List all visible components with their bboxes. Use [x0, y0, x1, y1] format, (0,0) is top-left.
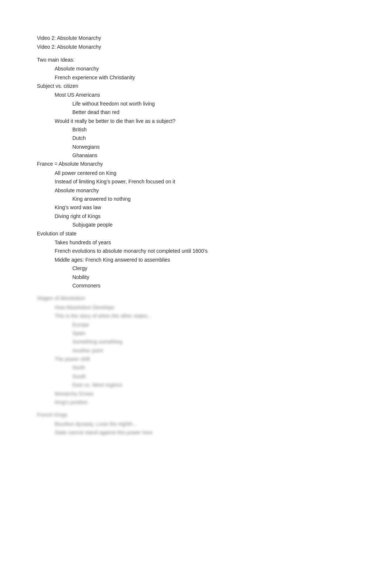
blurred-1-line: How Absolutism Develops: [55, 303, 355, 311]
most-us-americans-text: Most US Americans: [55, 92, 100, 98]
blurred-5-line: Something something: [72, 338, 355, 346]
king-answered-nothing-text: King answered to nothing: [72, 196, 131, 202]
french-christianity-line: French experience with Christianity: [55, 73, 355, 82]
absolute-monarchy-line: Absolute monarchy: [55, 65, 355, 73]
dutch-line: Dutch: [72, 134, 355, 142]
blurred-8-line: North: [72, 363, 355, 372]
king-answered-nothing-line: King answered to nothing: [72, 195, 355, 203]
blurred-14-text: State cannot stand against this power he…: [55, 430, 152, 435]
blurred-10-text: East vs. West regions: [72, 382, 122, 388]
france-absolute-text: France = Absolute Monarchy: [37, 161, 103, 167]
france-absolute-line: France = Absolute Monarchy: [37, 160, 355, 168]
evolution-of-state-text: Evolution of state: [37, 231, 76, 237]
would-it-be-better-line: Would it really be better to die than li…: [55, 117, 355, 125]
commoners-text: Commoners: [72, 283, 100, 289]
blurred-5-text: Something something: [72, 339, 122, 345]
subject-citizen-text: Subject vs. citizen: [37, 83, 78, 89]
title-line: Video 2: Absolute Monarchy: [37, 43, 355, 51]
blurred-12-text: King's position: [55, 399, 88, 405]
nobility-line: Nobility: [72, 273, 355, 281]
blurred-4-line: Spain: [72, 329, 355, 337]
blurred-3-line: Europe: [72, 321, 355, 329]
kings-word-law-text: King’s word was law: [55, 204, 101, 210]
subject-citizen-line: Subject vs. citizen: [37, 82, 355, 90]
outline-container: Video 2: Absolute Monarchy Video 2: Abso…: [37, 34, 355, 437]
french-evolutions-text: French evolutions to absolute monarchy n…: [55, 248, 208, 254]
life-without-freedom-text: Life without freedom not worth living: [72, 101, 155, 107]
better-dead-red-line: Better dead than red: [72, 108, 355, 116]
blurred-14-line: State cannot stand against this power he…: [55, 428, 355, 437]
blurred-13-line: Bourbon dynasty, Louis the eighth...: [55, 420, 355, 428]
diving-right-kings-line: Diving right of Kings: [55, 212, 355, 220]
two-main-ideas-line: Two main Ideas:: [37, 56, 355, 64]
instead-of-limiting-line: Instead of limiting King’s power, French…: [55, 177, 355, 186]
norwegians-line: Norwegians: [72, 143, 355, 151]
blurred-12-line: King's position: [55, 398, 355, 406]
ghanaians-text: Ghanaians: [72, 152, 97, 158]
life-without-freedom-line: Life without freedom not worth living: [72, 100, 355, 108]
subjugate-people-text: Subjugate people: [72, 222, 113, 228]
blurred-section: Stages of AbsolutismHow Absolutism Devel…: [37, 294, 355, 437]
blurred-title2-text: French Kings: [37, 412, 67, 418]
absolute-monarchy-text: Absolute monarchy: [55, 66, 99, 72]
blurred-2-text: This is the story of when the other stat…: [55, 313, 152, 319]
absolute-monarchy-2-line: Absolute monarchy: [55, 186, 355, 194]
all-power-centered-line: All power centered on King: [55, 169, 355, 177]
absolute-monarchy-2-text: Absolute monarchy: [55, 187, 99, 193]
blurred-title-text: Stages of Absolutism: [37, 295, 85, 301]
subjugate-people-line: Subjugate people: [72, 221, 355, 229]
diving-right-kings-text: Diving right of Kings: [55, 213, 101, 219]
middle-ages-line: Middle ages: French King answered to ass…: [55, 256, 355, 264]
kings-word-law-line: King’s word was law: [55, 203, 355, 211]
norwegians-text: Norwegians: [72, 144, 100, 150]
all-power-centered-text: All power centered on King: [55, 170, 116, 176]
title-text: Video 2: Absolute Monarchy: [37, 44, 101, 50]
title-text: Video 2: Absolute Monarchy: [37, 35, 101, 41]
blurred-7-text: The power shift: [55, 356, 90, 362]
takes-hundreds-text: Takes hundreds of years: [55, 239, 111, 245]
two-main-ideas-text: Two main Ideas:: [37, 57, 75, 63]
nobility-text: Nobility: [72, 274, 89, 280]
clergy-text: Clergy: [72, 265, 87, 271]
french-christianity-text: French experience with Christianity: [55, 75, 135, 80]
blurred-title2-line: French Kings: [37, 411, 355, 419]
middle-ages-text: Middle ages: French King answered to ass…: [55, 257, 170, 263]
blurred-8-text: North: [72, 365, 85, 370]
blurred-11-text: Monarchy Grows: [55, 391, 94, 397]
commoners-line: Commoners: [72, 282, 355, 290]
blurred-9-line: South: [72, 372, 355, 380]
blurred-10-line: East vs. West regions: [72, 381, 355, 389]
blurred-3-text: Europe: [72, 322, 89, 328]
dutch-text: Dutch: [72, 135, 86, 141]
instead-of-limiting-text: Instead of limiting King’s power, French…: [55, 179, 175, 184]
takes-hundreds-line: Takes hundreds of years: [55, 238, 355, 246]
blurred-13-text: Bourbon dynasty, Louis the eighth...: [55, 421, 137, 427]
outline-body: Video 2: Absolute MonarchyTwo main Ideas…: [37, 43, 355, 290]
clergy-line: Clergy: [72, 264, 355, 272]
blurred-1-text: How Absolutism Develops: [55, 304, 114, 310]
blurred-title-line: Stages of Absolutism: [37, 294, 355, 302]
french-evolutions-line: French evolutions to absolute monarchy n…: [55, 247, 355, 255]
british-text: British: [72, 127, 87, 132]
most-us-americans-line: Most US Americans: [55, 91, 355, 99]
evolution-of-state-line: Evolution of state: [37, 230, 355, 238]
blurred-9-text: South: [72, 373, 86, 379]
title-line: Video 2: Absolute Monarchy: [37, 34, 355, 42]
blurred-6-line: Another point: [72, 346, 355, 355]
blurred-11-line: Monarchy Grows: [55, 390, 355, 398]
ghanaians-line: Ghanaians: [72, 151, 355, 159]
better-dead-red-text: Better dead than red: [72, 109, 120, 115]
blurred-2-line: This is the story of when the other stat…: [55, 312, 355, 320]
british-line: British: [72, 125, 355, 134]
blurred-7-line: The power shift: [55, 355, 355, 363]
blurred-4-text: Spain: [72, 330, 86, 336]
would-it-be-better-text: Would it really be better to die than li…: [55, 118, 175, 124]
blurred-6-text: Another point: [72, 348, 103, 353]
